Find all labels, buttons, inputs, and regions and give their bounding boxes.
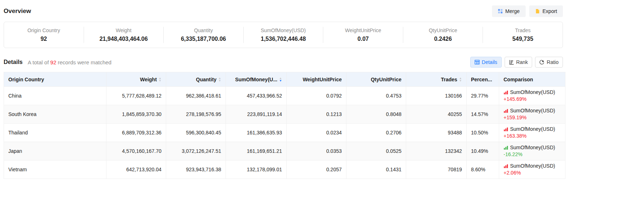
- table-row[interactable]: South Korea 1,845,859,370.30 278,198,576…: [4, 105, 565, 124]
- cell-qty-unit-price: 0.0525: [346, 142, 406, 160]
- overview-stats-bar: Origin Country 92 Weight 21,948,403,464.…: [4, 22, 563, 48]
- stat-label: SumOfMoney(USD): [246, 27, 321, 33]
- tab-details[interactable]: Details: [470, 57, 502, 68]
- column-header-quantity[interactable]: Quantity▲▼: [166, 72, 226, 87]
- comparison-change: +2.06%: [504, 169, 561, 176]
- column-label: Quantity: [196, 77, 216, 82]
- cell-weight-unit-price: 0.0234: [287, 124, 346, 142]
- cell-sum-of-money: 161,169,651.21: [226, 142, 287, 160]
- comparison-metric: SumOfMoney(USD): [510, 107, 555, 114]
- column-label: Weight: [140, 77, 157, 82]
- cell-sum-of-money: 161,386,635.93: [226, 124, 287, 142]
- table-view-icon: [475, 60, 480, 65]
- cell-weight: 5,777,628,489.12: [106, 87, 166, 105]
- cell-weight-unit-price: 0.1213: [287, 105, 346, 124]
- stat-label: QtyUnitPrice: [405, 27, 481, 33]
- stat-value: 92: [6, 36, 81, 42]
- merge-button-label: Merge: [505, 8, 520, 14]
- cell-sum-of-money: 457,433,966.52: [226, 87, 287, 105]
- stat-sum-of-money: SumOfMoney(USD) 1,536,702,446.48: [244, 27, 324, 43]
- cell-sum-of-money: 132,178,099.01: [226, 160, 287, 179]
- cell-qty-unit-price: 0.1431: [346, 160, 406, 179]
- tab-rank[interactable]: Rank: [505, 57, 533, 68]
- tab-ratio[interactable]: Ratio: [535, 57, 563, 68]
- comparison-block: SumOfMoney(USD) +2.06%: [504, 160, 561, 179]
- stat-value: 21,948,403,464.06: [86, 36, 161, 42]
- page-title: Overview: [4, 8, 31, 15]
- cell-country: Japan: [4, 142, 106, 160]
- cell-percentage: 10.50%: [467, 124, 499, 142]
- comparison-change: -16.22%: [504, 151, 561, 158]
- summary-prefix: A total of: [28, 59, 49, 65]
- tab-details-label: Details: [482, 59, 497, 65]
- ratio-pie-icon: [539, 60, 544, 65]
- cell-percentage: 29.77%: [467, 87, 499, 105]
- trend-chart-icon: [504, 145, 508, 150]
- stat-value: 0.2426: [405, 36, 481, 42]
- comparison-block: SumOfMoney(USD) +163.38%: [504, 124, 561, 142]
- cell-trades: 70819: [406, 160, 467, 179]
- cell-country: South Korea: [4, 105, 106, 124]
- stat-quantity: Quantity 6,335,187,700.06: [164, 27, 244, 43]
- cell-weight: 4,570,160,167.70: [106, 142, 166, 160]
- sort-icons: ▲▼: [159, 77, 161, 82]
- bar-chart-icon: [509, 60, 514, 65]
- trend-chart-icon: [504, 90, 508, 95]
- table-row[interactable]: Japan 4,570,160,167.70 3,072,126,247.51 …: [4, 142, 565, 160]
- merge-button[interactable]: Merge: [492, 5, 526, 17]
- cell-weight: 6,889,709,312.36: [106, 124, 166, 142]
- sort-icons: ▲▼: [459, 77, 462, 82]
- comparison-change: +145.69%: [504, 96, 561, 103]
- cell-quantity: 3,072,126,247.51: [166, 142, 226, 160]
- table-row[interactable]: Vietnam 642,713,920.04 923,943,716.38 13…: [4, 160, 565, 179]
- stat-label: Quantity: [166, 27, 241, 33]
- cell-weight-unit-price: 0.0792: [287, 87, 346, 105]
- table-row[interactable]: China 5,777,628,489.12 962,386,418.61 45…: [4, 87, 565, 105]
- trend-chart-icon: [504, 108, 508, 113]
- cell-quantity: 923,943,716.38: [166, 160, 226, 179]
- stat-label: Origin Country: [6, 27, 81, 33]
- comparison-block: SumOfMoney(USD) +159.19%: [504, 105, 561, 123]
- stat-weight: Weight 21,948,403,464.06: [84, 27, 164, 43]
- stat-value: 0.07: [325, 36, 401, 42]
- comparison-block: SumOfMoney(USD) +145.69%: [504, 87, 561, 105]
- column-label: Origin Country: [8, 77, 44, 82]
- sort-icons: ▲▼: [279, 77, 282, 82]
- stat-value: 1,536,702,446.48: [246, 36, 321, 42]
- merge-icon: [498, 9, 503, 14]
- column-header-weight[interactable]: Weight▲▼: [106, 72, 166, 87]
- cell-qty-unit-price: 0.8048: [346, 105, 406, 124]
- cell-weight-unit-price: 0.2057: [287, 160, 346, 179]
- column-header-percentage: Percen...: [467, 72, 499, 87]
- details-summary: A total of92records were matched: [28, 59, 111, 65]
- cell-comparison: SumOfMoney(USD) -16.22%: [499, 142, 565, 160]
- trend-chart-icon: [504, 164, 508, 168]
- stat-label: WeightUnitPrice: [325, 27, 401, 33]
- cell-weight-unit-price: 0.0353: [287, 142, 346, 160]
- column-header-comparison: Comparison: [499, 72, 565, 87]
- column-label: WeightUnitPrice: [303, 77, 342, 82]
- comparison-metric: SumOfMoney(USD): [510, 144, 555, 151]
- details-title: Details: [4, 59, 22, 65]
- cell-quantity: 278,198,576.95: [166, 105, 226, 124]
- comparison-metric: SumOfMoney(USD): [510, 126, 555, 133]
- cell-sum-of-money: 223,891,119.14: [226, 105, 287, 124]
- cell-country: Vietnam: [4, 160, 106, 179]
- table-header-row: Origin Country Weight▲▼ Quantity▲▼ SumOf…: [4, 72, 565, 87]
- cell-quantity: 962,386,418.61: [166, 87, 226, 105]
- stat-origin-country: Origin Country 92: [4, 27, 84, 43]
- stat-label: Trades: [485, 27, 560, 33]
- view-tabs: Details Rank Ratio: [470, 57, 563, 68]
- column-header-trades[interactable]: Trades▲▼: [406, 72, 467, 87]
- stat-value: 549,735: [485, 36, 560, 42]
- cell-comparison: SumOfMoney(USD) +159.19%: [499, 105, 565, 124]
- export-button[interactable]: Export: [529, 5, 563, 17]
- table-row[interactable]: Thailand 6,889,709,312.36 596,300,840.45…: [4, 124, 565, 142]
- stat-qty-unit-price: QtyUnitPrice 0.2426: [403, 27, 483, 43]
- column-header-sum-of-money[interactable]: SumOfMoney(U...▲▼: [226, 72, 287, 87]
- cell-trades: 93488: [406, 124, 467, 142]
- column-label: Comparison: [504, 77, 533, 82]
- cell-percentage: 14.57%: [467, 105, 499, 124]
- cell-comparison: SumOfMoney(USD) +163.38%: [499, 124, 565, 142]
- stat-weight-unit-price: WeightUnitPrice 0.07: [323, 27, 403, 43]
